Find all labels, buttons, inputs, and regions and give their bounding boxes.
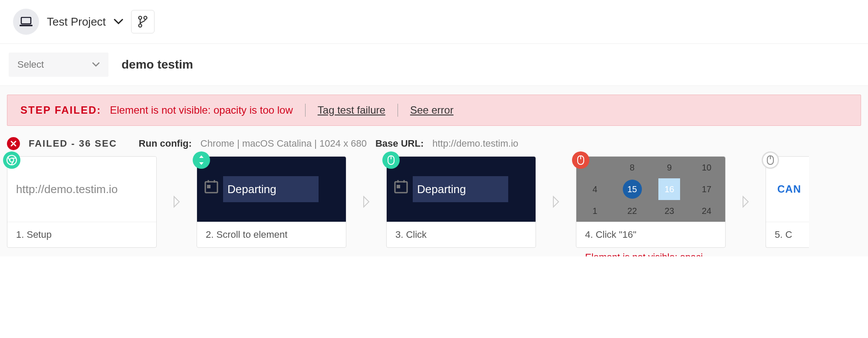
error-message: Element is not visible: opacity is too l… (110, 104, 293, 116)
step-caption: 1. Setup (7, 222, 156, 247)
calendar-icon (204, 179, 219, 194)
cal-cell: 8 (614, 157, 651, 178)
step-card-3[interactable]: Departing 3. Click (386, 156, 536, 248)
step-badge-scroll (193, 151, 210, 169)
svg-point-3 (144, 16, 147, 20)
run-config-value: Chrome | macOS Catalina | 1024 x 680 (201, 138, 367, 149)
tag-failure-link[interactable]: Tag test failure (318, 104, 385, 116)
step-error-text: Element is not visible: opaci... (576, 247, 726, 256)
chrome-icon (6, 154, 18, 166)
fail-text: FAILED - 36 SEC (29, 138, 117, 149)
test-name: demo testim (122, 58, 193, 72)
triangle-right-icon (552, 196, 560, 208)
triangle-right-icon (173, 196, 181, 208)
base-url-value: http://demo.testim.io (432, 138, 518, 149)
base-url-label: Base URL: (375, 138, 424, 149)
chevron-down-icon (114, 19, 123, 25)
cal-cell: 1 (576, 200, 614, 222)
step-card-5[interactable]: CAN 5. C (766, 156, 809, 248)
divider (305, 104, 306, 117)
step-badge-mouse-fail (572, 151, 589, 169)
departing-field: Departing (223, 176, 319, 202)
body-area: STEP FAILED: Element is not visible: opa… (0, 85, 868, 256)
mouse-icon (577, 155, 585, 165)
step-card-1[interactable]: http://demo.testim.io 1. Setup (7, 156, 157, 248)
svg-rect-1 (20, 25, 33, 26)
step-caption: 5. C (766, 222, 809, 247)
step-arrow (346, 156, 386, 247)
cal-cell: 24 (688, 200, 725, 222)
branch-icon (138, 16, 148, 28)
mouse-icon (766, 155, 774, 165)
step-thumbnail: http://demo.testim.io (7, 157, 156, 222)
svg-rect-14 (397, 185, 400, 188)
departing-field: Departing (413, 176, 508, 202)
project-selector[interactable]: Test Project (47, 15, 123, 29)
project-name: Test Project (47, 15, 106, 29)
step-badge-chrome (3, 151, 20, 169)
step-thumbnail: Departing (387, 157, 536, 222)
step-thumbnail: 8 9 10 4 15 16 17 1 22 23 24 (576, 157, 725, 222)
cancel-text: CAN (766, 183, 801, 195)
step-arrow (157, 156, 197, 247)
run-config-label: Run config: (139, 138, 192, 149)
error-banner: STEP FAILED: Element is not visible: opa… (7, 95, 861, 126)
step-badge-mouse (382, 151, 400, 169)
triangle-right-icon (362, 196, 370, 208)
project-icon (13, 9, 39, 35)
x-icon (10, 141, 16, 147)
cal-cell: 22 (614, 200, 651, 222)
select-label: Select (17, 59, 44, 70)
cal-cell-highlight: 16 (651, 178, 688, 200)
error-label: STEP FAILED: (20, 104, 101, 116)
header-bar: Test Project (0, 0, 868, 43)
cal-cell: 10 (688, 157, 725, 178)
see-error-link[interactable]: See error (410, 104, 454, 116)
status-line: FAILED - 36 SEC Run config: Chrome | mac… (7, 126, 861, 156)
steps-row: http://demo.testim.io 1. Setup Departing… (7, 156, 861, 248)
svg-point-4 (138, 24, 141, 27)
svg-point-2 (138, 16, 141, 20)
laptop-icon (20, 17, 33, 26)
step-caption: 2. Scroll to element (197, 222, 346, 247)
step-caption: 3. Click (387, 222, 536, 247)
step-badge-mouse-pending (762, 151, 779, 169)
scroll-icon (197, 154, 206, 166)
fail-status-icon (7, 137, 20, 150)
triangle-right-icon (742, 196, 750, 208)
setup-url: http://demo.testim.io (16, 183, 118, 196)
cal-cell: 4 (576, 178, 614, 200)
cal-cell-selected: 15 (614, 178, 651, 200)
step-arrow (726, 156, 766, 247)
cal-cell: 17 (688, 178, 725, 200)
svg-rect-0 (21, 17, 31, 24)
cal-cell: 9 (651, 157, 688, 178)
select-dropdown[interactable]: Select (9, 53, 108, 77)
step-thumbnail: Departing (197, 157, 346, 222)
calendar-icon (394, 179, 408, 194)
mouse-icon (387, 155, 395, 165)
calendar-grid: 8 9 10 4 15 16 17 1 22 23 24 (576, 157, 725, 222)
step-arrow (536, 156, 576, 247)
branch-button[interactable] (131, 10, 155, 33)
step-card-2[interactable]: Departing 2. Scroll to element (197, 156, 346, 248)
step-caption: 4. Click "16" (576, 222, 725, 247)
cal-cell: 23 (651, 200, 688, 222)
sub-header: Select demo testim (0, 44, 868, 85)
svg-rect-8 (207, 185, 210, 188)
chevron-down-icon (92, 62, 100, 67)
divider (398, 104, 398, 117)
step-card-4[interactable]: 8 9 10 4 15 16 17 1 22 23 24 4. Click "1… (576, 156, 726, 248)
